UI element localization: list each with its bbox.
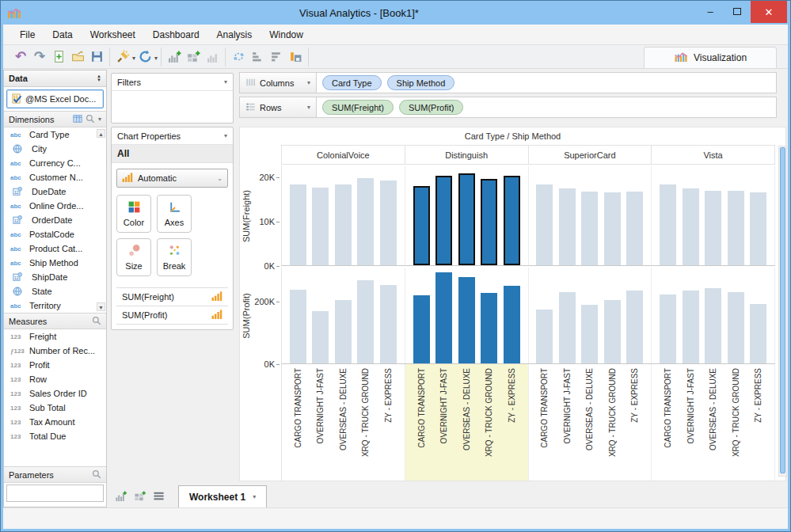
bar[interactable] — [604, 192, 621, 265]
visualization-button[interactable]: Visualization — [644, 47, 777, 68]
data-connection-icon[interactable] — [113, 48, 132, 66]
bar[interactable] — [750, 192, 766, 265]
chart-vertical-scrollbar[interactable] — [778, 146, 787, 477]
menu-item-worksheet[interactable]: Worksheet — [82, 26, 144, 44]
bar[interactable] — [581, 305, 598, 363]
data-source-item[interactable]: @MS Excel Doc... — [6, 89, 104, 108]
search-icon[interactable] — [92, 469, 101, 481]
bar[interactable] — [335, 184, 352, 265]
dimension-field[interactable]: abcPostalCode — [4, 227, 106, 241]
shelf-pill[interactable]: SUM(Profit) — [399, 100, 463, 115]
collapse-icon[interactable]: ▾ — [224, 78, 227, 86]
bar[interactable] — [357, 280, 374, 363]
bar[interactable] — [312, 311, 329, 363]
refresh-icon[interactable] — [135, 48, 154, 66]
dimension-field[interactable]: abcCard Type — [4, 127, 106, 142]
dimension-field[interactable]: abcCustomer N... — [4, 170, 106, 184]
bar[interactable] — [626, 192, 643, 265]
dimension-field[interactable]: 12ShipDate — [4, 270, 106, 284]
scrollbar-thumb[interactable] — [780, 147, 785, 473]
new-dashboard-icon[interactable] — [134, 490, 146, 504]
bar[interactable] — [559, 292, 576, 363]
bar[interactable] — [683, 291, 699, 363]
sort-toggle-icon[interactable]: ▲▼ — [97, 74, 101, 82]
menu-item-dashboard[interactable]: Dashboard — [144, 26, 208, 44]
dimension-field[interactable]: abcCurrency C... — [4, 156, 106, 170]
measure-card[interactable]: SUM(Profit) — [116, 306, 228, 325]
view-data-icon[interactable] — [73, 114, 82, 125]
maximize-button[interactable] — [724, 1, 751, 21]
new-document-icon[interactable] — [49, 48, 68, 66]
bar[interactable] — [380, 285, 397, 363]
menu-item-data[interactable]: Data — [44, 26, 81, 44]
bar[interactable] — [435, 176, 452, 265]
bar[interactable] — [728, 191, 744, 265]
bar[interactable] — [581, 192, 598, 265]
bar[interactable] — [458, 277, 475, 363]
search-icon[interactable] — [92, 316, 101, 327]
minimize-button[interactable]: – — [697, 1, 724, 21]
measure-field[interactable]: 123Tax Amount — [4, 415, 106, 429]
chevron-down-icon[interactable]: ▾ — [253, 493, 256, 500]
menu-item-window[interactable]: Window — [260, 26, 312, 44]
save-icon[interactable] — [87, 48, 106, 66]
columns-shelf-button[interactable]: Columns ▾ — [240, 73, 317, 93]
new-worksheet-icon[interactable] — [115, 490, 127, 504]
bar[interactable] — [312, 188, 329, 265]
new-worksheet-icon[interactable] — [165, 48, 184, 66]
measure-card[interactable]: SUM(Freight) — [116, 288, 228, 306]
dimension-field[interactable]: City — [4, 142, 106, 156]
filters-shelf[interactable] — [112, 91, 233, 123]
bar[interactable] — [335, 300, 352, 363]
bar[interactable] — [536, 310, 553, 363]
shelf-pill[interactable]: SUM(Freight) — [322, 100, 394, 115]
bar[interactable] — [660, 184, 676, 265]
swap-axes-icon[interactable] — [229, 48, 248, 66]
bar[interactable] — [705, 191, 721, 265]
bar[interactable] — [413, 295, 430, 363]
bar[interactable] — [290, 184, 306, 265]
close-button[interactable]: ✕ — [751, 1, 787, 23]
collapse-icon[interactable]: ▾ — [224, 132, 227, 139]
bar[interactable] — [481, 179, 497, 265]
bar[interactable] — [435, 272, 452, 363]
chevron-down-icon[interactable]: ▾ — [98, 116, 101, 123]
dimension-field[interactable]: abcTerritory — [4, 298, 106, 313]
bar[interactable] — [750, 304, 766, 363]
dimension-field[interactable]: State — [4, 284, 106, 298]
bar[interactable] — [413, 186, 430, 265]
shelf-pill[interactable]: Card Type — [322, 75, 382, 90]
sort-descending-icon[interactable] — [267, 48, 286, 66]
color-button[interactable]: Color — [116, 195, 151, 233]
bar[interactable] — [458, 173, 475, 265]
bar[interactable] — [660, 294, 676, 363]
bar[interactable] — [380, 180, 397, 265]
measure-field[interactable]: 123Profit — [4, 358, 106, 372]
sort-ascending-icon[interactable] — [248, 48, 267, 66]
dimension-field[interactable]: 12OrderDate — [4, 213, 106, 227]
size-button[interactable]: Size — [116, 238, 151, 276]
measure-field[interactable]: 123Row — [4, 372, 106, 386]
bar[interactable] — [536, 184, 553, 265]
measure-field[interactable]: 123Sub Total — [4, 401, 106, 415]
measure-field[interactable]: 123Sales Order ID — [4, 386, 106, 401]
dimension-field[interactable]: abcShip Method — [4, 256, 106, 270]
bar[interactable] — [559, 188, 576, 265]
bar[interactable] — [290, 290, 306, 363]
break-button[interactable]: Break — [157, 238, 192, 276]
open-file-icon[interactable] — [68, 48, 87, 66]
bar[interactable] — [481, 293, 497, 363]
worksheet-tab[interactable]: Worksheet 1 ▾ — [178, 485, 267, 507]
menu-item-file[interactable]: File — [11, 26, 44, 44]
duplicate-sheet-icon[interactable] — [203, 48, 222, 66]
new-dashboard-icon[interactable] — [184, 48, 203, 66]
redo-icon[interactable]: ↷ — [30, 48, 49, 66]
measure-field[interactable]: 123Freight — [4, 329, 106, 344]
menu-item-analysis[interactable]: Analysis — [208, 26, 261, 44]
mark-type-dropdown[interactable]: Automatic ⌄ — [116, 169, 228, 188]
bar[interactable] — [504, 286, 520, 363]
bar[interactable] — [683, 188, 699, 265]
bar[interactable] — [705, 288, 721, 363]
sheet-list-icon[interactable] — [153, 490, 165, 504]
measure-field[interactable]: 123Total Due — [4, 429, 106, 443]
